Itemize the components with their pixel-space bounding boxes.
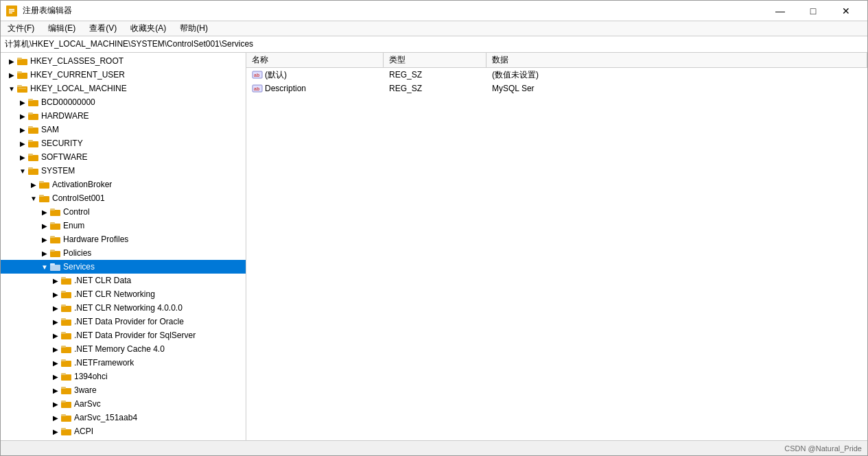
tree-item-1394ohci[interactable]: ▶ 1394ohci bbox=[1, 370, 246, 383]
tree-item-net-data-sqlserver[interactable]: ▶ .NET Data Provider for SqlServer bbox=[1, 328, 246, 342]
folder-icon bbox=[61, 303, 72, 313]
svg-rect-37 bbox=[61, 278, 71, 285]
tree-item-net-clr-networking[interactable]: ▶ .NET CLR Networking bbox=[1, 287, 246, 301]
svg-rect-4 bbox=[17, 59, 27, 65]
tree-item-acpi[interactable]: ▶ ACPI bbox=[1, 424, 246, 438]
svg-rect-46 bbox=[61, 332, 66, 334]
cell-name-default: ab (默认) bbox=[246, 69, 384, 81]
svg-rect-23 bbox=[39, 182, 49, 189]
svg-rect-27 bbox=[50, 210, 60, 216]
tree-item-label: HKEY_CURRENT_USER bbox=[30, 70, 125, 80]
content-row-default[interactable]: ab (默认) REG_SZ (数值未设置) bbox=[246, 68, 867, 82]
tree-item-hkey-local-machine[interactable]: ▼ HKEY_LOCAL_MACHINE bbox=[1, 82, 246, 95]
menu-file[interactable]: 文件(F) bbox=[1, 21, 41, 36]
tree-item-bcd[interactable]: ▶ BCD00000000 bbox=[1, 95, 246, 109]
folder-icon bbox=[61, 344, 72, 354]
title-bar-left: 注册表编辑器 bbox=[6, 5, 72, 16]
tree-item-hkey-current-user[interactable]: ▶ HKEY_CURRENT_USER bbox=[1, 68, 246, 82]
folder-icon bbox=[28, 139, 39, 148]
tree-item-label: .NETFramework bbox=[74, 358, 134, 368]
folder-icon bbox=[61, 317, 72, 326]
expand-arrow: ▶ bbox=[6, 54, 17, 68]
tree-item-label: SECURITY bbox=[41, 139, 83, 148]
tree-item-system[interactable]: ▼ SYSTEM bbox=[1, 164, 246, 178]
tree-item-enum[interactable]: ▶ Enum bbox=[1, 219, 246, 232]
tree-item-netframework[interactable]: ▶ .NETFramework bbox=[1, 356, 246, 370]
folder-icon bbox=[28, 111, 39, 121]
horizontal-scrollbar[interactable] bbox=[6, 444, 784, 453]
svg-rect-31 bbox=[50, 237, 60, 243]
tree-item-label: Control bbox=[63, 207, 90, 217]
tree-item-policies[interactable]: ▶ Policies bbox=[1, 246, 246, 260]
svg-rect-58 bbox=[61, 414, 66, 416]
tree-item-label: 3ware bbox=[74, 385, 97, 395]
svg-rect-15 bbox=[28, 128, 38, 134]
folder-icon bbox=[28, 125, 39, 134]
folder-icon bbox=[28, 152, 39, 162]
tree-item-label: HARDWARE bbox=[41, 111, 89, 121]
content-rows: ab (默认) REG_SZ (数值未设置) ab Description bbox=[246, 68, 867, 440]
column-header-data[interactable]: 数据 bbox=[486, 53, 867, 67]
tree-item-hkey-classes-root[interactable]: ▶ HKEY_CLASSES_ROOT bbox=[1, 54, 246, 68]
svg-rect-5 bbox=[17, 58, 22, 60]
expand-arrow: ▶ bbox=[50, 370, 61, 383]
menu-edit[interactable]: 编辑(E) bbox=[41, 21, 82, 36]
svg-rect-34 bbox=[50, 250, 55, 252]
svg-rect-55 bbox=[61, 402, 71, 408]
tree-item-hardware[interactable]: ▶ HARDWARE bbox=[1, 109, 246, 123]
expand-arrow: ▶ bbox=[39, 205, 50, 219]
tree-item-label: HKEY_CLASSES_ROOT bbox=[30, 56, 124, 66]
tree-item-aarsvc[interactable]: ▶ AarSvc bbox=[1, 397, 246, 411]
tree-item-net-memory-cache[interactable]: ▶ .NET Memory Cache 4.0 bbox=[1, 342, 246, 356]
folder-open-icon bbox=[39, 193, 50, 203]
expand-arrow: ▼ bbox=[39, 260, 50, 274]
expand-arrow: ▶ bbox=[17, 150, 28, 164]
tree-content[interactable]: ▶ HKEY_CLASSES_ROOT ▶ HKEY_CURRENT_USER … bbox=[1, 53, 246, 440]
menu-view[interactable]: 查看(V) bbox=[82, 21, 124, 36]
minimize-button[interactable]: — bbox=[764, 1, 796, 21]
tree-item-activationbroker[interactable]: ▶ ActivationBroker bbox=[1, 178, 246, 191]
registry-editor-window: 注册表编辑器 — □ ✕ 文件(F) 编辑(E) 查看(V) 收藏夹(A) 帮助… bbox=[0, 0, 868, 456]
tree-item-sam[interactable]: ▶ SAM bbox=[1, 123, 246, 136]
cell-type-description: REG_SZ bbox=[384, 84, 486, 93]
tree-item-label: HKEY_LOCAL_MACHINE bbox=[30, 84, 127, 93]
menu-favorites[interactable]: 收藏夹(A) bbox=[124, 21, 173, 36]
svg-rect-39 bbox=[61, 292, 71, 298]
tree-item-label: 1394ohci bbox=[74, 372, 108, 381]
svg-rect-11 bbox=[28, 100, 38, 106]
expand-arrow: ▶ bbox=[6, 68, 17, 82]
tree-item-net-clr-data[interactable]: ▶ .NET CLR Data bbox=[1, 274, 246, 287]
tree-item-label: .NET CLR Data bbox=[74, 276, 131, 285]
maximize-button[interactable]: □ bbox=[797, 1, 829, 21]
folder-open-icon bbox=[50, 262, 61, 272]
svg-rect-21 bbox=[28, 169, 38, 175]
column-header-type[interactable]: 类型 bbox=[384, 53, 486, 67]
tree-item-hardware-profiles[interactable]: ▶ Hardware Profiles bbox=[1, 232, 246, 246]
svg-rect-1 bbox=[9, 9, 14, 10]
tree-item-net-data-oracle[interactable]: ▶ .NET Data Provider for Oracle bbox=[1, 315, 246, 328]
status-bar: CSDN @Natural_Pride bbox=[1, 440, 867, 455]
svg-rect-17 bbox=[28, 141, 38, 147]
folder-icon bbox=[61, 385, 72, 395]
svg-rect-30 bbox=[50, 222, 55, 224]
close-button[interactable]: ✕ bbox=[830, 1, 862, 21]
watermark-text: CSDN @Natural_Pride bbox=[784, 444, 862, 453]
svg-rect-7 bbox=[17, 71, 22, 73]
column-header-name[interactable]: 名称 bbox=[246, 53, 384, 67]
tree-item-control[interactable]: ▶ Control bbox=[1, 205, 246, 219]
tree-item-3ware[interactable]: ▶ 3ware bbox=[1, 383, 246, 397]
menu-help[interactable]: 帮助(H) bbox=[173, 21, 215, 36]
tree-item-security[interactable]: ▶ SECURITY bbox=[1, 136, 246, 150]
svg-rect-50 bbox=[61, 359, 66, 361]
tree-item-software[interactable]: ▶ SOFTWARE bbox=[1, 150, 246, 164]
svg-rect-57 bbox=[61, 416, 71, 422]
tree-item-services[interactable]: ▼ Services bbox=[1, 260, 246, 274]
content-row-description[interactable]: ab Description REG_SZ MySQL Ser bbox=[246, 82, 867, 95]
folder-icon bbox=[61, 372, 72, 381]
tree-item-net-clr-networking4[interactable]: ▶ .NET CLR Networking 4.0.0.0 bbox=[1, 301, 246, 315]
svg-rect-59 bbox=[61, 429, 71, 435]
tree-item-label: Hardware Profiles bbox=[63, 235, 128, 244]
tree-item-aarsvc-151aab4[interactable]: ▶ AarSvc_151aab4 bbox=[1, 411, 246, 424]
tree-item-controlset001[interactable]: ▼ ControlSet001 bbox=[1, 191, 246, 205]
svg-rect-24 bbox=[39, 181, 44, 183]
